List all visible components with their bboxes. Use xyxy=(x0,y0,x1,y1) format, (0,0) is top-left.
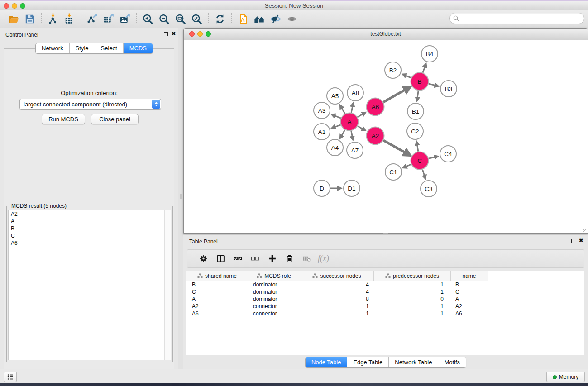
search-box[interactable] xyxy=(449,13,584,24)
tab-network-table[interactable]: Network Table xyxy=(389,357,438,367)
refresh-layout-button[interactable] xyxy=(213,12,227,26)
table-close-panel-icon[interactable]: ✖ xyxy=(579,238,583,243)
table-cell[interactable]: dominator xyxy=(248,281,300,288)
table-cell[interactable]: 1 xyxy=(300,310,374,317)
zoom-selected-button[interactable] xyxy=(190,12,204,26)
zoom-out-button[interactable] xyxy=(158,12,171,26)
edge-A2-C[interactable] xyxy=(383,140,406,153)
graph-node-D1[interactable]: D1 xyxy=(344,180,360,196)
run-mcds-button[interactable]: Run MCDS xyxy=(42,114,85,124)
vertical-splitter-handle[interactable] xyxy=(180,194,182,199)
export-network-button[interactable] xyxy=(86,12,99,26)
table-row[interactable]: Cdominator41C xyxy=(186,288,584,295)
graph-node-C2[interactable]: C2 xyxy=(407,123,423,139)
edge-C-C3[interactable] xyxy=(422,170,425,176)
table-cell[interactable]: A xyxy=(186,295,248,303)
split-table-button[interactable] xyxy=(214,253,227,265)
edge-A-A2[interactable] xyxy=(358,126,363,129)
export-image-button[interactable] xyxy=(118,12,132,26)
node-table[interactable]: shared nameMCDS rolesuccessor nodesprede… xyxy=(186,271,584,355)
column-header-MCDS-role[interactable]: MCDS role xyxy=(248,271,300,281)
show-all-networks-button[interactable] xyxy=(253,12,266,26)
table-row[interactable]: Bdominator41B xyxy=(186,281,584,288)
export-table-button[interactable] xyxy=(102,12,115,26)
table-cell[interactable]: 1 xyxy=(374,288,451,295)
edge-B-B1[interactable] xyxy=(417,91,418,98)
show-details-button[interactable] xyxy=(285,12,299,26)
table-cell[interactable]: C xyxy=(186,288,248,295)
table-cell[interactable]: connector xyxy=(248,310,300,317)
table-cell[interactable]: B xyxy=(186,281,248,288)
memory-button[interactable]: Memory xyxy=(546,372,585,382)
table-cell[interactable]: connector xyxy=(248,303,300,310)
tab-network[interactable]: Network xyxy=(36,43,70,53)
table-settings-button[interactable] xyxy=(197,253,210,265)
open-session-button[interactable] xyxy=(7,12,20,26)
network-canvas[interactable]: B4B2BB3A8A5A6A3B1AC2A1A2A4A7C4CC1DD1C3 xyxy=(184,40,587,233)
graph-node-A6[interactable]: A6 xyxy=(367,98,384,116)
table-row[interactable]: A2connector11A2 xyxy=(186,303,584,310)
edge-C-C4[interactable] xyxy=(429,157,435,159)
table-cell[interactable]: A6 xyxy=(186,310,248,317)
table-cell[interactable]: B xyxy=(451,281,488,288)
toggle-graphics-details-button[interactable] xyxy=(269,12,282,26)
delete-table-button[interactable] xyxy=(300,253,313,265)
table-cell[interactable]: C xyxy=(451,288,488,295)
graph-node-C1[interactable]: C1 xyxy=(385,164,402,180)
table-cell[interactable]: dominator xyxy=(248,295,300,303)
edge-A-A6[interactable] xyxy=(358,114,363,117)
graph-node-B2[interactable]: B2 xyxy=(385,62,401,78)
duplicate-network-button[interactable] xyxy=(236,12,250,26)
select-all-button[interactable] xyxy=(231,253,244,265)
tab-style[interactable]: Style xyxy=(70,43,95,53)
edge-A-A7[interactable] xyxy=(351,131,353,137)
function-builder-button[interactable]: f(x) xyxy=(318,254,329,263)
edge-A-A1[interactable] xyxy=(334,125,340,127)
table-cell[interactable]: 4 xyxy=(300,281,374,288)
table-cell[interactable]: A xyxy=(451,295,488,303)
graph-node-A1[interactable]: A1 xyxy=(314,124,330,140)
edge-A6-B[interactable] xyxy=(383,89,406,102)
tab-edge-table[interactable]: Edge Table xyxy=(347,357,389,367)
criterion-dropdown[interactable]: largest connected component (directed) xyxy=(19,99,161,110)
table-cell[interactable]: dominator xyxy=(248,288,300,295)
search-input[interactable] xyxy=(459,15,584,22)
table-cell[interactable]: 1 xyxy=(374,303,451,310)
mcds-result-item[interactable]: B xyxy=(9,225,171,232)
graph-node-D[interactable]: D xyxy=(314,180,330,196)
zoom-in-button[interactable] xyxy=(141,12,155,26)
table-row[interactable]: Adominator80A xyxy=(186,295,584,303)
column-header-name[interactable]: name xyxy=(451,271,488,281)
mcds-result-item[interactable]: A xyxy=(9,218,171,225)
table-cell[interactable]: 8 xyxy=(300,295,374,303)
task-history-button[interactable] xyxy=(4,372,17,382)
mcds-result-item[interactable]: A2 xyxy=(9,210,171,218)
mcds-result-item[interactable]: A6 xyxy=(9,239,171,247)
import-network-button[interactable] xyxy=(46,12,60,26)
graph-node-B3[interactable]: B3 xyxy=(440,81,457,97)
edge-B-B4[interactable] xyxy=(423,66,425,72)
graph-node-B[interactable]: B xyxy=(411,73,429,91)
graph-node-A4[interactable]: A4 xyxy=(327,139,343,156)
graph-node-B4[interactable]: B4 xyxy=(421,46,438,62)
float-panel-icon[interactable] xyxy=(164,32,168,36)
table-float-panel-icon[interactable] xyxy=(571,239,575,243)
table-cell[interactable]: A2 xyxy=(186,303,248,310)
save-session-button[interactable] xyxy=(23,12,37,26)
close-panel-button[interactable]: Close panel xyxy=(91,114,139,124)
graph-node-A[interactable]: A xyxy=(341,113,359,131)
tab-node-table[interactable]: Node Table xyxy=(306,357,348,367)
table-row[interactable]: A6connector11A6 xyxy=(186,310,584,317)
edge-A-A8[interactable] xyxy=(351,105,353,112)
graph-node-A2[interactable]: A2 xyxy=(367,127,384,145)
edge-B-B3[interactable] xyxy=(429,84,436,86)
edge-A-A5[interactable] xyxy=(341,107,345,114)
result-list-scrollbar[interactable] xyxy=(164,210,171,360)
mcds-result-list[interactable]: A2ABCA6 xyxy=(8,210,171,360)
graph-node-C[interactable]: C xyxy=(411,152,429,170)
table-cell[interactable]: A2 xyxy=(451,303,488,310)
column-header-successor-nodes[interactable]: successor nodes xyxy=(300,271,374,281)
graph-node-A7[interactable]: A7 xyxy=(347,142,363,158)
tab-mcds[interactable]: MCDS xyxy=(124,43,153,53)
graph-node-A8[interactable]: A8 xyxy=(347,85,363,101)
